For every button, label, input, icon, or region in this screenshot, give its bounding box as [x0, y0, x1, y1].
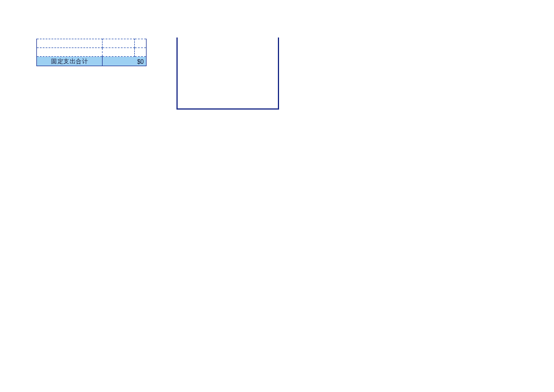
table-row — [37, 39, 147, 48]
summary-row: 固定支出合计 $0 — [37, 57, 147, 66]
empty-cell — [37, 39, 103, 48]
empty-cell — [135, 48, 147, 57]
empty-cell — [37, 48, 103, 57]
empty-cell — [135, 39, 147, 48]
empty-cell — [103, 39, 135, 48]
empty-cell — [103, 48, 135, 57]
summary-label: 固定支出合计 — [37, 57, 103, 66]
summary-value: $0 — [103, 57, 147, 66]
right-open-box — [176, 38, 279, 110]
page-canvas: 固定支出合计 $0 — [0, 0, 554, 392]
fixed-expense-table: 固定支出合计 $0 — [36, 39, 147, 66]
table-row — [37, 48, 147, 57]
